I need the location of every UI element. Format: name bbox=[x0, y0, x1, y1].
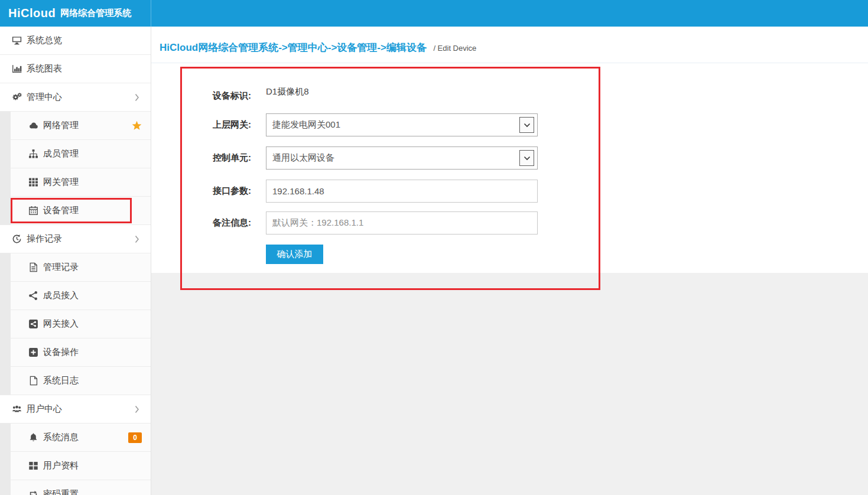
history-icon bbox=[12, 234, 22, 244]
sidebar-item-label: 用户资料 bbox=[43, 460, 79, 471]
file-text-icon bbox=[28, 262, 38, 272]
sidebar-item-label: 设备管理 bbox=[43, 205, 79, 216]
notification-badge: 0 bbox=[128, 432, 142, 443]
sidebar-item-label: 密码重置 bbox=[43, 489, 79, 495]
chevron-down-icon[interactable] bbox=[519, 117, 534, 133]
breadcrumb: HiCloud网络综合管理系统->管理中心->设备管理->编辑设备 / Edit… bbox=[160, 41, 476, 54]
form-row-upper-gateway: 上层网关: 捷能发电网关001 bbox=[175, 113, 538, 136]
sidebar-item-gateway-management[interactable]: 网关管理 bbox=[0, 168, 151, 197]
bell-icon bbox=[28, 432, 38, 442]
sidebar-item-member-access[interactable]: 成员接入 bbox=[0, 282, 151, 310]
form-row-interface-params: 接口参数: bbox=[175, 180, 538, 203]
sidebar-item-gateway-access[interactable]: 网关接入 bbox=[0, 310, 151, 338]
sitemap-icon bbox=[28, 149, 38, 159]
desktop-icon bbox=[12, 35, 22, 45]
sidebar-item-label: 系统图表 bbox=[27, 63, 62, 74]
chevron-down-icon[interactable] bbox=[519, 150, 534, 166]
sidebar-item-network-management[interactable]: 网络管理 bbox=[0, 112, 151, 140]
submenu-gutter bbox=[0, 338, 11, 367]
chevron-right-icon bbox=[135, 93, 140, 102]
remark-label: 备注信息: bbox=[175, 217, 251, 229]
sidebar-item-label: 成员管理 bbox=[43, 148, 79, 159]
interface-params-label: 接口参数: bbox=[175, 185, 251, 197]
brand-logo: HiCloud 网络综合管理系统 bbox=[8, 0, 131, 27]
remark-input[interactable] bbox=[266, 211, 538, 235]
interface-params-input[interactable] bbox=[266, 180, 538, 203]
upper-gateway-selected-value: 捷能发电网关001 bbox=[272, 119, 340, 131]
file-icon bbox=[28, 376, 38, 386]
star-icon bbox=[132, 121, 142, 131]
sidebar-item-user-center[interactable]: 用户中心 bbox=[0, 395, 151, 424]
sidebar-item-system-charts[interactable]: 系统图表 bbox=[0, 55, 151, 83]
sidebar-item-device-operation[interactable]: 设备操作 bbox=[0, 338, 151, 367]
content-background-lower bbox=[151, 273, 868, 495]
sidebar-item-label: 网关接入 bbox=[43, 318, 79, 330]
reset-icon bbox=[28, 489, 38, 495]
submenu-gutter bbox=[0, 197, 11, 225]
form-row-device-id: 设备标识: D1摄像机8 bbox=[175, 86, 309, 102]
sidebar-item-label: 成员接入 bbox=[43, 290, 79, 301]
users-icon bbox=[12, 404, 22, 414]
breadcrumb-path: HiCloud网络综合管理系统->管理中心->设备管理->编辑设备 bbox=[160, 42, 427, 53]
cloud-icon bbox=[28, 121, 38, 131]
sidebar-item-operation-records[interactable]: 操作记录 bbox=[0, 225, 151, 253]
submenu-gutter bbox=[0, 253, 11, 282]
sidebar-item-management-records[interactable]: 管理记录 bbox=[0, 253, 151, 282]
device-id-label: 设备标识: bbox=[175, 86, 251, 102]
calendar-icon bbox=[28, 206, 38, 216]
main-content: HiCloud网络综合管理系统->管理中心->设备管理->编辑设备 / Edit… bbox=[151, 27, 868, 495]
sidebar-item-label: 系统日志 bbox=[43, 375, 79, 386]
sidebar-item-label: 系统消息 bbox=[43, 432, 79, 443]
topbar: HiCloud 网络综合管理系统 bbox=[0, 0, 868, 27]
sidebar-item-user-profile[interactable]: 用户资料 bbox=[0, 452, 151, 480]
sidebar-item-member-management[interactable]: 成员管理 bbox=[0, 140, 151, 168]
form-row-remark: 备注信息: bbox=[175, 211, 538, 235]
submenu-gutter bbox=[0, 424, 11, 452]
chevron-right-icon bbox=[135, 235, 140, 243]
submenu-gutter bbox=[0, 282, 11, 310]
sidebar-item-management-center[interactable]: 管理中心 bbox=[0, 83, 151, 112]
sidebar-item-label: 系统总览 bbox=[27, 35, 62, 46]
upper-gateway-label: 上层网关: bbox=[175, 119, 251, 131]
sidebar-item-label: 操作记录 bbox=[27, 233, 62, 245]
submenu-gutter bbox=[0, 168, 11, 197]
breadcrumb-suffix: / Edit Device bbox=[433, 44, 476, 53]
sidebar-item-device-management[interactable]: 设备管理 bbox=[0, 197, 151, 225]
sidebar-item-system-overview[interactable]: 系统总览 bbox=[0, 27, 151, 55]
grid-icon bbox=[28, 177, 38, 187]
submenu-gutter bbox=[0, 112, 11, 140]
submenu-gutter bbox=[0, 480, 11, 495]
sidebar-item-label: 设备操作 bbox=[43, 347, 79, 358]
control-unit-selected-value: 通用以太网设备 bbox=[272, 152, 334, 164]
sidebar-item-system-messages[interactable]: 系统消息 0 bbox=[0, 424, 151, 452]
submenu-gutter bbox=[0, 140, 11, 168]
plus-square-icon bbox=[28, 347, 38, 357]
bar-chart-icon bbox=[12, 64, 22, 74]
app-window: HiCloud 网络综合管理系统 系统总览 系统图表 管理中心 网络管理 bbox=[0, 0, 868, 495]
control-unit-label: 控制单元: bbox=[175, 152, 251, 164]
sidebar-item-system-logs[interactable]: 系统日志 bbox=[0, 367, 151, 395]
gears-icon bbox=[12, 92, 22, 102]
control-unit-select[interactable]: 通用以太网设备 bbox=[266, 146, 538, 170]
th-large-icon bbox=[28, 461, 38, 471]
chevron-right-icon bbox=[135, 405, 140, 413]
submenu-gutter bbox=[0, 452, 11, 480]
share-square-icon bbox=[28, 319, 38, 329]
upper-gateway-select[interactable]: 捷能发电网关001 bbox=[266, 113, 538, 136]
device-id-value: D1摄像机8 bbox=[266, 86, 309, 97]
breadcrumb-divider bbox=[151, 63, 868, 63]
sidebar-item-password-reset[interactable]: 密码重置 bbox=[0, 480, 151, 495]
form-row-control-unit: 控制单元: 通用以太网设备 bbox=[175, 146, 538, 170]
submenu-gutter bbox=[0, 367, 11, 395]
product-name: 网络综合管理系统 bbox=[60, 8, 131, 19]
sidebar-item-label: 管理中心 bbox=[27, 92, 62, 103]
sidebar-item-label: 用户中心 bbox=[27, 403, 62, 415]
sidebar: 系统总览 系统图表 管理中心 网络管理 成员管理 bbox=[0, 27, 151, 495]
topbar-divider bbox=[151, 0, 151, 27]
sidebar-item-label: 网络管理 bbox=[43, 120, 79, 131]
confirm-add-button[interactable]: 确认添加 bbox=[266, 245, 323, 264]
share-icon bbox=[28, 291, 38, 301]
sidebar-item-label: 网关管理 bbox=[43, 177, 79, 188]
submenu-gutter bbox=[0, 310, 11, 338]
sidebar-item-label: 管理记录 bbox=[43, 262, 79, 273]
